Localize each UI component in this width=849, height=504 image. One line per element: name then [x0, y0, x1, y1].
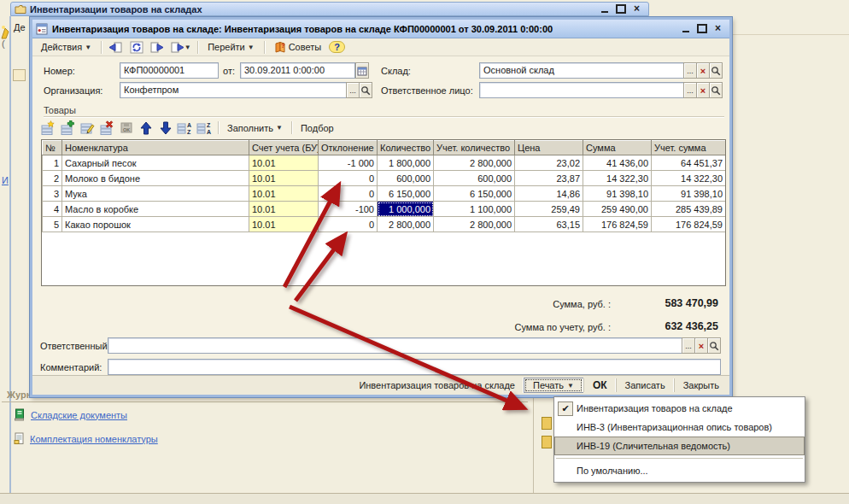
pick-button[interactable]: Подбор — [297, 122, 337, 134]
actions-menu-button[interactable]: Действия▼ — [38, 41, 95, 53]
table-cell[interactable]: 259,49 — [515, 202, 583, 217]
table-cell[interactable]: 1 000,000 — [378, 202, 434, 217]
column-header[interactable]: Счет учета (БУ) — [249, 141, 319, 155]
table-cell[interactable]: -100 — [319, 202, 378, 217]
dialog-minimize-button[interactable] — [679, 23, 692, 34]
journal-link-warehouse-docs[interactable]: Складские документы — [14, 408, 127, 421]
organization-select-button[interactable]: ... — [346, 82, 360, 98]
print-menu-item[interactable]: По умолчанию... — [554, 461, 805, 480]
edit-row-button[interactable] — [79, 120, 95, 136]
move-down-button[interactable] — [157, 120, 173, 136]
comment-field[interactable] — [108, 359, 721, 375]
table-cell[interactable]: 2 800,000 — [434, 217, 515, 232]
responsible-clear-button[interactable]: × — [694, 337, 708, 354]
table-cell[interactable]: 0 — [319, 186, 378, 202]
table-cell[interactable]: 3 — [43, 186, 62, 202]
maximize-button[interactable] — [614, 3, 627, 15]
table-cell[interactable]: 2 — [43, 171, 62, 186]
table-cell[interactable]: 285 439,89 — [652, 202, 726, 217]
responsible-field[interactable] — [108, 337, 682, 354]
move-up-button[interactable] — [138, 120, 154, 136]
column-header[interactable]: Номенклатура — [62, 141, 249, 155]
responsible-select-button[interactable]: ... — [682, 337, 695, 354]
table-cell[interactable]: 259 490,00 — [583, 202, 652, 217]
date-field[interactable]: 30.09.2011 0:00:00 — [240, 62, 355, 79]
warehouse-select-button[interactable]: ... — [683, 62, 697, 79]
save-button[interactable]: Записать — [616, 378, 674, 392]
column-header[interactable]: № — [43, 141, 62, 155]
responsible-open-button[interactable] — [707, 337, 721, 354]
help-button[interactable]: ? — [329, 41, 345, 53]
column-header[interactable]: Сумма — [583, 141, 652, 155]
previous-document-icon[interactable] — [108, 39, 124, 55]
minimize-button[interactable] — [598, 3, 611, 15]
responsible-person-clear-button[interactable]: × — [696, 82, 710, 98]
table-cell[interactable]: Какао порошок — [62, 217, 249, 232]
responsible-person-select-button[interactable]: ... — [683, 82, 697, 98]
table-cell[interactable]: 600,000 — [378, 171, 434, 186]
table-cell[interactable]: 5 — [43, 217, 62, 232]
dialog-close-button[interactable]: × — [711, 23, 724, 34]
table-cell[interactable]: Молоко в бидоне — [62, 171, 249, 186]
calendar-button[interactable] — [355, 62, 369, 79]
table-cell[interactable]: 41 436,00 — [583, 155, 652, 171]
warehouse-clear-button[interactable]: × — [696, 62, 710, 79]
print-menu-item[interactable]: ИНВ-3 (Инвентаризационная опись товаров) — [554, 418, 805, 437]
background-link-fragment[interactable]: И — [2, 175, 9, 185]
table-cell[interactable]: 10.01 — [249, 186, 319, 202]
table-cell[interactable]: 176 824,59 — [583, 217, 652, 232]
print-menu-item[interactable]: ✔Инвентаризация товаров на складе — [554, 399, 805, 418]
table-cell[interactable]: 23,87 — [515, 171, 583, 186]
delete-row-button[interactable] — [98, 120, 114, 136]
column-header[interactable]: Отклонение — [319, 141, 378, 155]
table-cell[interactable]: 10.01 — [249, 217, 319, 232]
table-cell[interactable]: Сахарный песок — [62, 155, 249, 171]
add-row-button[interactable] — [39, 120, 56, 136]
warehouse-open-button[interactable] — [709, 62, 723, 79]
responsible-person-open-button[interactable] — [709, 82, 723, 98]
advice-button[interactable]: ? Советы — [271, 40, 325, 54]
table-cell[interactable]: 600,000 — [434, 171, 515, 186]
ok-button[interactable]: ОК — [583, 378, 616, 392]
table-cell[interactable]: Масло в коробке — [62, 202, 249, 217]
table-cell[interactable]: 63,15 — [515, 217, 583, 232]
end-edit-button[interactable]: OK — [118, 120, 134, 136]
table-cell[interactable]: 1 — [43, 155, 62, 171]
close-button[interactable]: × — [630, 3, 643, 15]
table-cell[interactable]: 4 — [43, 202, 62, 217]
table-cell[interactable]: 23,02 — [515, 155, 583, 171]
table-cell[interactable]: -1 000 — [319, 155, 378, 171]
print-menu-item[interactable]: ИНВ-19 (Сличительная ведомость) — [554, 437, 805, 455]
table-cell[interactable]: 176 824,59 — [652, 217, 726, 232]
table-cell[interactable]: 10.01 — [249, 155, 319, 171]
warehouse-field[interactable]: Основной склад — [479, 62, 684, 79]
table-cell[interactable]: 14 322,30 — [583, 171, 652, 186]
table-cell[interactable]: 2 800,000 — [378, 217, 434, 232]
next-document-icon[interactable] — [149, 39, 165, 55]
fill-menu-button[interactable]: Заполнить▼ — [224, 122, 286, 134]
refresh-icon[interactable] — [128, 39, 144, 55]
table-cell[interactable]: 91 398,10 — [583, 186, 652, 202]
organization-field[interactable]: Конфетпром — [120, 82, 347, 98]
table-cell[interactable]: 10.01 — [249, 202, 319, 217]
table-cell[interactable]: 0 — [319, 171, 378, 186]
dialog-maximize-button[interactable] — [695, 23, 708, 34]
column-header[interactable]: Количество — [378, 141, 434, 155]
table-cell[interactable]: 10.01 — [249, 171, 319, 186]
table-cell[interactable]: 6 150,000 — [378, 186, 434, 202]
copy-row-button[interactable] — [59, 120, 75, 136]
journal-link-assembly[interactable]: Комплектация номенклатуры — [14, 432, 158, 445]
table-cell[interactable]: 91 398,10 — [652, 186, 726, 202]
number-field[interactable]: КФП00000001 — [120, 62, 219, 79]
table-cell[interactable]: 14 322,30 — [652, 171, 726, 186]
goto-menu-button[interactable]: Перейти▼ — [204, 41, 258, 53]
table-cell[interactable]: 2 800,000 — [434, 155, 515, 171]
table-cell[interactable]: 64 451,37 — [652, 155, 726, 171]
print-button[interactable]: Печать▼ — [524, 378, 583, 393]
table-cell[interactable]: 14,86 — [515, 186, 583, 202]
table-cell[interactable]: 1 100,000 — [434, 202, 515, 217]
table-cell[interactable]: Мука — [62, 186, 249, 202]
journal-link-label[interactable]: Складские документы — [31, 410, 127, 420]
next-document-menu-icon[interactable]: ▼ — [169, 39, 191, 55]
column-header[interactable]: Учет. количество — [434, 141, 515, 155]
